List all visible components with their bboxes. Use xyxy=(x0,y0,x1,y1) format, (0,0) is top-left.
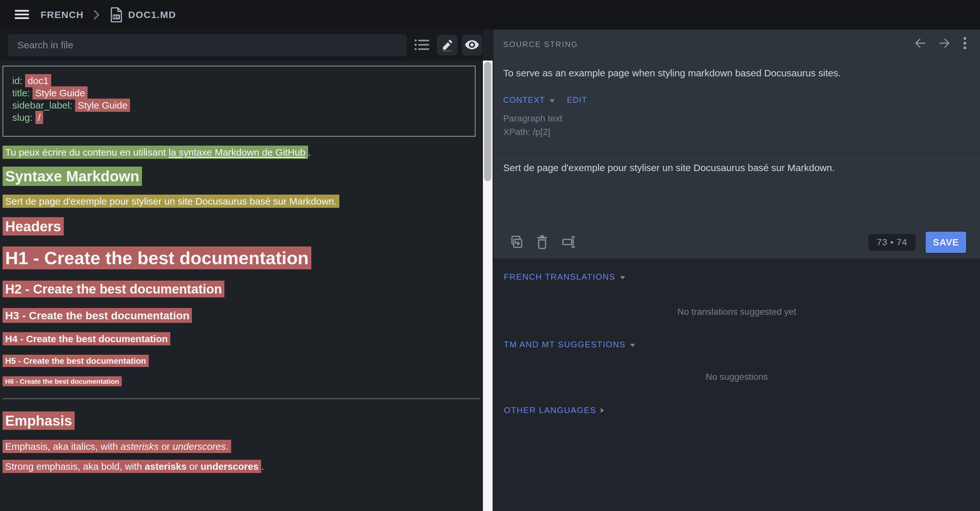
other-languages-section-toggle[interactable]: OTHER LANGUAGES xyxy=(504,405,604,415)
pencil-icon xyxy=(441,38,454,53)
menu-button[interactable] xyxy=(15,10,29,20)
doc-paragraph-selected: Sert de page d'exemple pour styliser un … xyxy=(3,196,483,207)
file-toolbar xyxy=(0,30,483,61)
source-string-highlight[interactable]: H6 - Create the best documentation xyxy=(3,376,122,386)
svg-text:M: M xyxy=(113,14,116,19)
source-string-highlight[interactable]: doc1 xyxy=(25,74,51,87)
edit-mode-button[interactable] xyxy=(437,35,458,56)
suggestions-area: FRENCH TRANSLATIONS No translations sugg… xyxy=(493,259,980,511)
doc-heading-h4: H4 - Create the best documentation xyxy=(3,334,483,345)
source-string-highlight[interactable]: H3 - Create the best documentation xyxy=(3,308,192,323)
translation-textarea[interactable]: Sert de page d'exemple pour styliser un … xyxy=(503,162,966,227)
context-label: CONTEXT xyxy=(503,95,545,105)
doc-heading-h2: H2 - Create the best documentation xyxy=(3,282,483,296)
source-string-card: SOURCE STRING To serve as an example pag… xyxy=(493,30,980,259)
doc-heading-h3: H3 - Create the best documentation xyxy=(3,309,483,322)
document-scrollbar[interactable] xyxy=(483,61,493,511)
kebab-menu-icon xyxy=(963,37,967,51)
tm-mt-suggestions-section-toggle[interactable]: TM AND MT SUGGESTIONS xyxy=(504,340,635,350)
source-string-highlight[interactable]: H4 - Create the best documentation xyxy=(3,332,170,345)
next-string-button[interactable] xyxy=(938,37,951,51)
document-preview: id: doc1 title: Style Guide sidebar_labe… xyxy=(0,61,483,511)
select-text-button[interactable] xyxy=(561,235,576,250)
doc-heading-syntax: Syntaxe Markdown xyxy=(3,168,483,185)
frontmatter-line: slug: / xyxy=(12,112,468,124)
translated-string-highlight[interactable]: Tu peux écrire du contenu en utilisant l… xyxy=(3,145,308,159)
edit-context-button[interactable]: EDIT xyxy=(567,95,587,105)
source-string-highlight[interactable]: H5 - Create the best documentation xyxy=(3,355,149,367)
source-string-text: To serve as an example page when styling… xyxy=(503,68,966,78)
frontmatter-line: sidebar_label: Style Guide xyxy=(12,99,468,112)
hamburger-icon xyxy=(15,10,29,20)
source-string-highlight[interactable]: Emphasis xyxy=(3,412,75,430)
intro-link[interactable]: la syntaxe Markdown de GitHub xyxy=(169,147,305,158)
card-divider xyxy=(493,153,980,154)
editor-left-pane: id: doc1 title: Style Guide sidebar_labe… xyxy=(0,30,483,511)
strong-text: or xyxy=(187,461,200,472)
breadcrumb: FRENCH M DOC1.MD xyxy=(41,7,176,22)
horizontal-rule xyxy=(3,398,480,399)
arrow-right-icon xyxy=(938,37,951,51)
intro-text: Tu peux écrire du contenu en utilisant xyxy=(5,147,169,158)
source-string-highlight[interactable]: Emphasis, aka italics, with asterisks or… xyxy=(3,440,231,453)
previous-string-button[interactable] xyxy=(914,37,927,51)
more-options-button[interactable] xyxy=(963,37,967,51)
doc-heading-h6: H6 - Create the best documentation xyxy=(3,378,483,385)
frontmatter-block: id: doc1 title: Style Guide sidebar_labe… xyxy=(3,66,476,137)
translation-side-panel: SOURCE STRING To serve as an example pag… xyxy=(493,30,980,511)
eye-icon xyxy=(465,40,479,51)
source-string-highlight[interactable]: Strong emphasis, aka bold, with asterisk… xyxy=(3,460,261,473)
strong-text: Strong emphasis, aka bold, with xyxy=(5,461,145,472)
emphasis-text: Emphasis, aka italics, with xyxy=(5,441,120,452)
breadcrumb-project[interactable]: FRENCH xyxy=(41,10,84,20)
source-string-highlight[interactable]: / xyxy=(35,111,43,124)
markdown-file-icon: M xyxy=(110,7,123,22)
source-string-highlight[interactable]: Headers xyxy=(3,217,64,236)
list-icon xyxy=(414,39,430,52)
character-counter: 73 • 74 xyxy=(868,234,916,251)
doc-paragraph-intro: Tu peux écrire du contenu en utilisant l… xyxy=(3,147,483,158)
context-row: CONTEXT EDIT xyxy=(503,95,587,105)
save-button[interactable]: SAVE xyxy=(924,231,967,254)
frontmatter-line: id: doc1 xyxy=(12,75,468,87)
frontmatter-key: sidebar_label: xyxy=(12,100,75,110)
doc-heading-h5: H5 - Create the best documentation xyxy=(3,356,483,366)
strong-bold: underscores xyxy=(200,461,259,472)
doc-heading-h1: H1 - Create the best documentation xyxy=(3,248,483,268)
strong-period: . xyxy=(261,461,264,472)
source-string-highlight[interactable]: H1 - Create the best documentation xyxy=(3,246,311,269)
delete-translation-button[interactable] xyxy=(537,235,547,250)
source-string-highlight[interactable]: Style Guide xyxy=(32,86,88,99)
trash-icon xyxy=(537,235,547,250)
emphasis-italic: underscores xyxy=(173,441,226,452)
strong-bold: asterisks xyxy=(145,461,187,472)
emphasis-text: or xyxy=(159,441,173,452)
source-string-highlight[interactable]: Style Guide xyxy=(75,99,130,112)
copy-source-button[interactable] xyxy=(509,235,523,250)
triangle-down-icon xyxy=(550,99,555,102)
breadcrumb-file[interactable]: DOC1.MD xyxy=(128,10,176,20)
frontmatter-key: title: xyxy=(12,88,32,98)
search-input[interactable] xyxy=(8,34,407,56)
section-title: OTHER LANGUAGES xyxy=(504,405,596,415)
strings-list-button[interactable] xyxy=(414,35,430,56)
french-translations-section-toggle[interactable]: FRENCH TRANSLATIONS xyxy=(504,272,625,282)
triangle-down-icon xyxy=(630,344,635,347)
source-string-highlight[interactable]: H2 - Create the best documentation xyxy=(3,281,224,297)
frontmatter-line: title: Style Guide xyxy=(12,87,468,99)
context-toggle[interactable]: CONTEXT xyxy=(503,95,555,105)
scrollbar-thumb[interactable] xyxy=(484,62,491,181)
chevron-right-icon xyxy=(93,10,100,20)
arrow-left-icon xyxy=(914,37,927,51)
frontmatter-key: id: xyxy=(12,75,25,86)
doc-heading-headers: Headers xyxy=(3,219,483,235)
translated-string-highlight[interactable]: Syntaxe Markdown xyxy=(3,166,142,186)
suggestions-empty-state: No suggestions xyxy=(493,372,980,382)
doc-paragraph-strong: Strong emphasis, aka bold, with asterisk… xyxy=(3,461,483,472)
triangle-right-icon xyxy=(601,408,604,413)
selected-string-highlight[interactable]: Sert de page d'exemple pour styliser un … xyxy=(3,195,339,208)
context-type: Paragraph text xyxy=(503,113,562,124)
preview-mode-button[interactable] xyxy=(462,35,482,56)
doc-heading-emphasis: Emphasis xyxy=(3,413,483,429)
emphasis-text: . xyxy=(226,441,228,452)
